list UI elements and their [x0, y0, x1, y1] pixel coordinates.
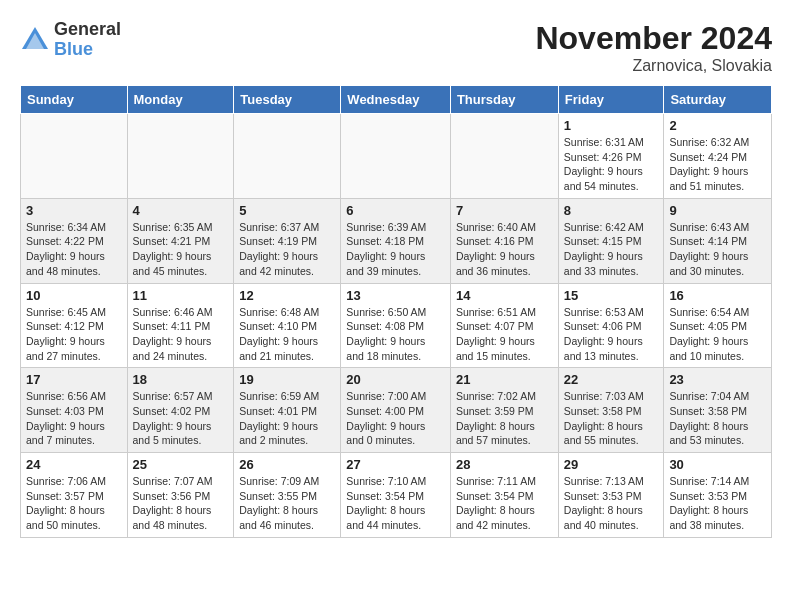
calendar-week-row-2: 10Sunrise: 6:45 AM Sunset: 4:12 PM Dayli…: [21, 283, 772, 368]
day-info: Sunrise: 7:03 AM Sunset: 3:58 PM Dayligh…: [564, 389, 659, 448]
calendar-cell: 27Sunrise: 7:10 AM Sunset: 3:54 PM Dayli…: [341, 453, 451, 538]
calendar-cell: 6Sunrise: 6:39 AM Sunset: 4:18 PM Daylig…: [341, 198, 451, 283]
day-info: Sunrise: 7:02 AM Sunset: 3:59 PM Dayligh…: [456, 389, 553, 448]
calendar-cell: 23Sunrise: 7:04 AM Sunset: 3:58 PM Dayli…: [664, 368, 772, 453]
header-tuesday: Tuesday: [234, 86, 341, 114]
day-info: Sunrise: 7:07 AM Sunset: 3:56 PM Dayligh…: [133, 474, 229, 533]
day-number: 29: [564, 457, 659, 472]
month-title: November 2024: [535, 20, 772, 57]
day-number: 16: [669, 288, 766, 303]
header-wednesday: Wednesday: [341, 86, 451, 114]
day-number: 21: [456, 372, 553, 387]
calendar-table: Sunday Monday Tuesday Wednesday Thursday…: [20, 85, 772, 538]
calendar-cell: [21, 114, 128, 199]
calendar-cell: 3Sunrise: 6:34 AM Sunset: 4:22 PM Daylig…: [21, 198, 128, 283]
location: Zarnovica, Slovakia: [535, 57, 772, 75]
calendar-cell: [127, 114, 234, 199]
calendar-cell: [341, 114, 451, 199]
day-number: 7: [456, 203, 553, 218]
calendar-cell: 21Sunrise: 7:02 AM Sunset: 3:59 PM Dayli…: [450, 368, 558, 453]
day-number: 20: [346, 372, 445, 387]
day-number: 26: [239, 457, 335, 472]
day-info: Sunrise: 6:56 AM Sunset: 4:03 PM Dayligh…: [26, 389, 122, 448]
day-number: 11: [133, 288, 229, 303]
day-info: Sunrise: 6:42 AM Sunset: 4:15 PM Dayligh…: [564, 220, 659, 279]
day-number: 23: [669, 372, 766, 387]
header-monday: Monday: [127, 86, 234, 114]
day-number: 18: [133, 372, 229, 387]
calendar-cell: 18Sunrise: 6:57 AM Sunset: 4:02 PM Dayli…: [127, 368, 234, 453]
day-number: 3: [26, 203, 122, 218]
day-number: 9: [669, 203, 766, 218]
calendar-cell: 14Sunrise: 6:51 AM Sunset: 4:07 PM Dayli…: [450, 283, 558, 368]
day-number: 6: [346, 203, 445, 218]
day-number: 17: [26, 372, 122, 387]
day-number: 22: [564, 372, 659, 387]
calendar-cell: 5Sunrise: 6:37 AM Sunset: 4:19 PM Daylig…: [234, 198, 341, 283]
day-number: 27: [346, 457, 445, 472]
day-number: 28: [456, 457, 553, 472]
day-info: Sunrise: 6:43 AM Sunset: 4:14 PM Dayligh…: [669, 220, 766, 279]
header-sunday: Sunday: [21, 86, 128, 114]
calendar-cell: 30Sunrise: 7:14 AM Sunset: 3:53 PM Dayli…: [664, 453, 772, 538]
logo-blue: Blue: [54, 40, 121, 60]
day-number: 12: [239, 288, 335, 303]
header-saturday: Saturday: [664, 86, 772, 114]
calendar-cell: 22Sunrise: 7:03 AM Sunset: 3:58 PM Dayli…: [558, 368, 664, 453]
day-number: 8: [564, 203, 659, 218]
day-number: 10: [26, 288, 122, 303]
calendar-cell: 20Sunrise: 7:00 AM Sunset: 4:00 PM Dayli…: [341, 368, 451, 453]
calendar-cell: 26Sunrise: 7:09 AM Sunset: 3:55 PM Dayli…: [234, 453, 341, 538]
calendar-cell: 17Sunrise: 6:56 AM Sunset: 4:03 PM Dayli…: [21, 368, 128, 453]
day-info: Sunrise: 6:40 AM Sunset: 4:16 PM Dayligh…: [456, 220, 553, 279]
day-info: Sunrise: 7:00 AM Sunset: 4:00 PM Dayligh…: [346, 389, 445, 448]
calendar-week-row-4: 24Sunrise: 7:06 AM Sunset: 3:57 PM Dayli…: [21, 453, 772, 538]
calendar-cell: 28Sunrise: 7:11 AM Sunset: 3:54 PM Dayli…: [450, 453, 558, 538]
calendar-cell: 1Sunrise: 6:31 AM Sunset: 4:26 PM Daylig…: [558, 114, 664, 199]
day-info: Sunrise: 6:46 AM Sunset: 4:11 PM Dayligh…: [133, 305, 229, 364]
day-info: Sunrise: 7:06 AM Sunset: 3:57 PM Dayligh…: [26, 474, 122, 533]
day-info: Sunrise: 6:50 AM Sunset: 4:08 PM Dayligh…: [346, 305, 445, 364]
day-info: Sunrise: 7:10 AM Sunset: 3:54 PM Dayligh…: [346, 474, 445, 533]
day-info: Sunrise: 6:34 AM Sunset: 4:22 PM Dayligh…: [26, 220, 122, 279]
calendar-cell: 11Sunrise: 6:46 AM Sunset: 4:11 PM Dayli…: [127, 283, 234, 368]
day-number: 14: [456, 288, 553, 303]
logo: General Blue: [20, 20, 121, 60]
day-number: 5: [239, 203, 335, 218]
calendar-cell: 12Sunrise: 6:48 AM Sunset: 4:10 PM Dayli…: [234, 283, 341, 368]
day-info: Sunrise: 7:09 AM Sunset: 3:55 PM Dayligh…: [239, 474, 335, 533]
calendar-cell: 2Sunrise: 6:32 AM Sunset: 4:24 PM Daylig…: [664, 114, 772, 199]
day-info: Sunrise: 6:57 AM Sunset: 4:02 PM Dayligh…: [133, 389, 229, 448]
day-info: Sunrise: 6:51 AM Sunset: 4:07 PM Dayligh…: [456, 305, 553, 364]
calendar-week-row-0: 1Sunrise: 6:31 AM Sunset: 4:26 PM Daylig…: [21, 114, 772, 199]
day-info: Sunrise: 6:48 AM Sunset: 4:10 PM Dayligh…: [239, 305, 335, 364]
day-info: Sunrise: 6:31 AM Sunset: 4:26 PM Dayligh…: [564, 135, 659, 194]
calendar-cell: 4Sunrise: 6:35 AM Sunset: 4:21 PM Daylig…: [127, 198, 234, 283]
day-info: Sunrise: 6:59 AM Sunset: 4:01 PM Dayligh…: [239, 389, 335, 448]
day-info: Sunrise: 7:04 AM Sunset: 3:58 PM Dayligh…: [669, 389, 766, 448]
logo-text: General Blue: [54, 20, 121, 60]
day-number: 1: [564, 118, 659, 133]
calendar-cell: 9Sunrise: 6:43 AM Sunset: 4:14 PM Daylig…: [664, 198, 772, 283]
calendar-cell: 19Sunrise: 6:59 AM Sunset: 4:01 PM Dayli…: [234, 368, 341, 453]
day-number: 24: [26, 457, 122, 472]
day-info: Sunrise: 6:54 AM Sunset: 4:05 PM Dayligh…: [669, 305, 766, 364]
day-info: Sunrise: 7:13 AM Sunset: 3:53 PM Dayligh…: [564, 474, 659, 533]
day-number: 30: [669, 457, 766, 472]
calendar-cell: 24Sunrise: 7:06 AM Sunset: 3:57 PM Dayli…: [21, 453, 128, 538]
day-number: 19: [239, 372, 335, 387]
day-number: 15: [564, 288, 659, 303]
day-number: 25: [133, 457, 229, 472]
calendar-cell: [450, 114, 558, 199]
header-friday: Friday: [558, 86, 664, 114]
calendar-header-row: Sunday Monday Tuesday Wednesday Thursday…: [21, 86, 772, 114]
logo-icon: [20, 25, 50, 55]
calendar-week-row-1: 3Sunrise: 6:34 AM Sunset: 4:22 PM Daylig…: [21, 198, 772, 283]
calendar-cell: [234, 114, 341, 199]
calendar-cell: 10Sunrise: 6:45 AM Sunset: 4:12 PM Dayli…: [21, 283, 128, 368]
day-info: Sunrise: 6:37 AM Sunset: 4:19 PM Dayligh…: [239, 220, 335, 279]
calendar-cell: 25Sunrise: 7:07 AM Sunset: 3:56 PM Dayli…: [127, 453, 234, 538]
day-number: 2: [669, 118, 766, 133]
calendar-cell: 7Sunrise: 6:40 AM Sunset: 4:16 PM Daylig…: [450, 198, 558, 283]
header-thursday: Thursday: [450, 86, 558, 114]
